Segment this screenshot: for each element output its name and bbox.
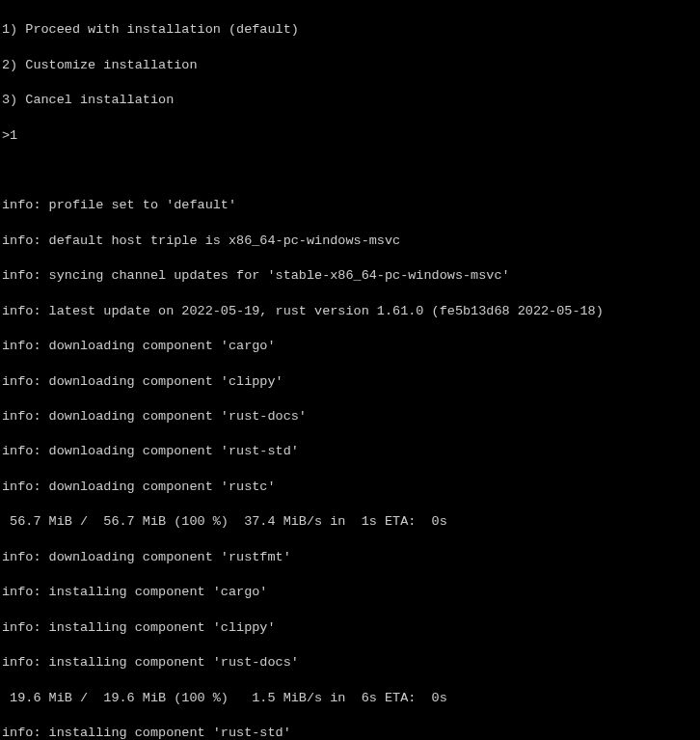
info-dl-rustdocs: info: downloading component 'rust-docs' xyxy=(2,408,698,425)
info-dl-ruststd: info: downloading component 'rust-std' xyxy=(2,443,698,460)
info-host: info: default host triple is x86_64-pc-w… xyxy=(2,233,698,250)
progress-rustc-dl: 56.7 MiB / 56.7 MiB (100 %) 37.4 MiB/s i… xyxy=(2,513,698,531)
blank-line xyxy=(2,162,698,179)
progress-rustdocs: 19.6 MiB / 19.6 MiB (100 %) 1.5 MiB/s in… xyxy=(2,690,698,707)
info-inst-rustdocs: info: installing component 'rust-docs' xyxy=(2,654,698,671)
info-dl-rustfmt: info: downloading component 'rustfmt' xyxy=(2,549,698,566)
terminal-output[interactable]: 1) Proceed with installation (default) 2… xyxy=(2,4,698,740)
info-latest: info: latest update on 2022-05-19, rust … xyxy=(2,303,698,320)
info-inst-cargo: info: installing component 'cargo' xyxy=(2,584,698,601)
info-sync: info: syncing channel updates for 'stabl… xyxy=(2,267,698,285)
info-profile: info: profile set to 'default' xyxy=(2,197,698,214)
info-dl-cargo: info: downloading component 'cargo' xyxy=(2,338,698,355)
info-dl-clippy: info: downloading component 'clippy' xyxy=(2,373,698,391)
menu-option-3: 3) Cancel installation xyxy=(2,92,698,109)
input-prompt: >1 xyxy=(2,127,698,145)
menu-option-2: 2) Customize installation xyxy=(2,57,698,74)
info-inst-ruststd: info: installing component 'rust-std' xyxy=(2,725,698,740)
menu-option-1: 1) Proceed with installation (default) xyxy=(2,21,698,39)
info-inst-clippy: info: installing component 'clippy' xyxy=(2,619,698,637)
info-dl-rustc: info: downloading component 'rustc' xyxy=(2,479,698,496)
